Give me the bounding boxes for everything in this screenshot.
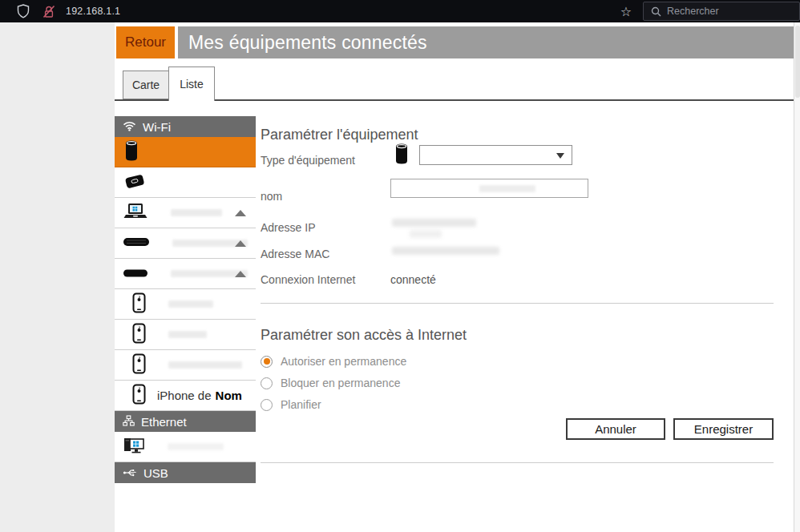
- browser-search-box[interactable]: [643, 2, 800, 21]
- radio-button-icon[interactable]: [261, 356, 273, 368]
- scrollbar[interactable]: [794, 22, 800, 532]
- speaker-type-icon: [393, 143, 410, 168]
- collapse-arrow-icon[interactable]: [235, 210, 246, 216]
- tab-liste[interactable]: Liste: [168, 66, 215, 101]
- device-item-iphone-1[interactable]: [115, 289, 256, 320]
- dropdown-arrow-icon: [556, 153, 564, 159]
- bottom-divider: [261, 462, 774, 463]
- name-label: nom: [261, 190, 282, 203]
- device-item-speaker[interactable]: [115, 137, 256, 167]
- mac-label: Adresse MAC: [261, 248, 329, 260]
- device-item-laptop[interactable]: [115, 198, 256, 228]
- iphone-icon: [132, 292, 146, 316]
- device-sidebar: Wi-Fi: [115, 116, 256, 483]
- redacted-device-name: [168, 300, 213, 308]
- device-item-desktop[interactable]: [115, 432, 256, 462]
- sidebar-section-usb: USB: [115, 462, 256, 483]
- usb-icon: [123, 466, 137, 480]
- section-divider: [261, 303, 774, 304]
- tv-box-icon: [123, 171, 147, 195]
- bookmark-star-icon[interactable]: ☆: [620, 4, 632, 19]
- device-item-iphone-2[interactable]: [115, 320, 256, 350]
- sidebar-section-label: USB: [143, 466, 168, 480]
- page-title: Mes équipements connectés: [178, 26, 794, 58]
- equipment-section-title: Paramétrer l'équipement: [261, 127, 418, 143]
- sidebar-section-label: Wi-Fi: [143, 120, 171, 134]
- equipment-type-select[interactable]: [419, 145, 572, 165]
- laptop-icon: [123, 202, 148, 224]
- device-owner-name: Nom: [216, 389, 242, 402]
- speaker-device-icon: [123, 139, 140, 165]
- radio-label: Bloquer en permanence: [281, 377, 400, 389]
- redacted-device-name: [168, 361, 242, 369]
- radio-label: Autoriser en permanence: [281, 355, 406, 368]
- device-item-router[interactable]: [115, 228, 256, 259]
- iphone-icon: [132, 384, 146, 408]
- ethernet-icon: [123, 415, 135, 429]
- device-item-tvbox[interactable]: [115, 167, 256, 198]
- desktop-icon: [123, 436, 145, 458]
- sidebar-section-ethernet: Ethernet: [115, 411, 256, 432]
- redacted-ip-value: [392, 219, 476, 227]
- pill-device-icon: [123, 267, 148, 281]
- url-text[interactable]: 192.168.1.1: [66, 6, 120, 17]
- browser-toolbar: 192.168.1.1 ☆: [0, 0, 800, 22]
- radio-allow-always[interactable]: Autoriser en permanence: [261, 355, 406, 368]
- tab-underline: [115, 99, 794, 101]
- tab-carte[interactable]: Carte: [123, 71, 169, 99]
- back-button[interactable]: Retour: [116, 26, 175, 58]
- radio-button-icon[interactable]: [261, 399, 273, 411]
- redacted-input-value: [479, 185, 535, 192]
- name-input[interactable]: [390, 179, 588, 198]
- insecure-lock-icon[interactable]: [42, 5, 56, 18]
- ip-label: Adresse IP: [261, 221, 315, 234]
- radio-block-always[interactable]: Bloquer en permanence: [261, 377, 400, 389]
- sidebar-section-label: Ethernet: [141, 415, 187, 429]
- search-input[interactable]: [667, 6, 787, 17]
- device-item-iphone-4[interactable]: iPhone de Nom: [115, 381, 256, 411]
- collapse-arrow-icon[interactable]: [235, 240, 246, 247]
- type-label: Type d'équipement: [261, 154, 355, 167]
- internet-status: connecté: [390, 273, 436, 286]
- radio-button-icon[interactable]: [261, 377, 273, 389]
- redacted-ip-value: [410, 230, 442, 238]
- shield-icon[interactable]: [16, 4, 30, 18]
- wifi-icon: [123, 120, 136, 134]
- device-name: iPhone de: [157, 389, 212, 402]
- iphone-icon: [132, 323, 146, 347]
- internet-label: Connexion Internet: [261, 273, 355, 286]
- redacted-device-name: [168, 331, 207, 338]
- redacted-device-name: [168, 443, 224, 450]
- redacted-mac-value: [392, 247, 499, 255]
- cancel-button[interactable]: Annuler: [566, 418, 665, 440]
- device-item-iphone-3[interactable]: [115, 350, 256, 381]
- router-device-icon: [123, 236, 150, 252]
- page-left-margin: [0, 22, 115, 532]
- equipment-panel: Paramétrer l'équipement Type d'équipemen…: [261, 122, 774, 474]
- sidebar-section-wifi: Wi-Fi: [115, 116, 256, 137]
- redacted-device-name: [171, 209, 222, 216]
- save-button[interactable]: Enregistrer: [673, 418, 774, 440]
- iphone-icon: [132, 353, 146, 377]
- device-item-pill[interactable]: [115, 259, 256, 289]
- access-section-title: Paramétrer son accès à Internet: [261, 327, 467, 344]
- search-icon: [651, 6, 661, 17]
- collapse-arrow-icon[interactable]: [235, 271, 246, 277]
- radio-label: Planifier: [281, 398, 321, 411]
- radio-schedule[interactable]: Planifier: [261, 398, 321, 411]
- scrollbar-thumb[interactable]: [795, 26, 800, 98]
